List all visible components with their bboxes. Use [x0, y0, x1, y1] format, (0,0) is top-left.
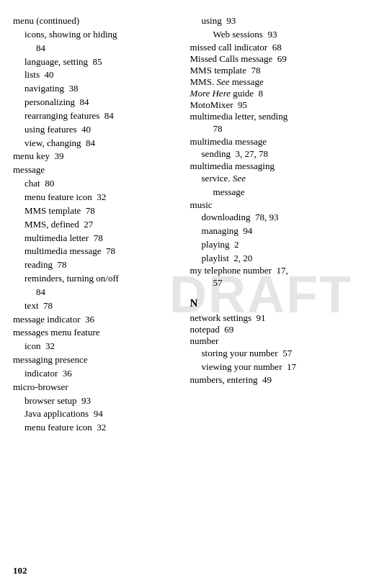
list-item: sending 3, 27, 78	[190, 148, 361, 161]
list-item: viewing your number 17	[190, 361, 361, 374]
list-item: messaging presence indicator 36	[13, 353, 182, 381]
list-item: 78	[190, 122, 361, 136]
page-number: 102	[13, 565, 27, 576]
list-item: missed call indicator 68	[190, 42, 361, 53]
list-item: menu key 39	[13, 150, 182, 163]
list-item: playlist 2, 20	[190, 252, 361, 266]
list-item: network settings 91	[190, 312, 361, 324]
list-item: playing 2	[190, 238, 361, 252]
list-item: MMS template 78	[190, 65, 361, 76]
list-item: multimedia messaging	[190, 160, 361, 172]
list-item: messages menu feature icon 32	[13, 326, 182, 353]
list-item: using 93	[190, 14, 361, 28]
right-column: using 93 Web sessions 93 missed call ind…	[187, 14, 361, 435]
list-item: storing your number 57	[190, 347, 361, 361]
list-item: message chat 80 menu feature icon 32 MMS…	[13, 163, 182, 312]
list-item: 57	[190, 276, 361, 290]
list-item: service. See	[190, 172, 361, 186]
list-item: downloading 78, 93	[190, 211, 361, 225]
list-item: managing 94	[190, 225, 361, 238]
list-item: music	[190, 199, 361, 211]
left-column: menu (continued) icons, showing or hidin…	[13, 14, 187, 435]
list-item: menu (continued) icons, showing or hidin…	[13, 14, 182, 150]
list-item: MotoMixer 95	[190, 99, 361, 111]
list-item: number	[190, 335, 361, 347]
list-item: micro-browser browser setup 93 Java appl…	[13, 381, 182, 435]
list-item: my telephone number 17,	[190, 265, 361, 276]
list-item: notepad 69	[190, 324, 361, 335]
list-item: multimedia letter, sending	[190, 111, 361, 122]
list-item: Missed Calls message 69	[190, 53, 361, 65]
list-item: message	[190, 186, 361, 199]
page-container: DRAFT menu (continued) icons, showing or…	[0, 0, 374, 588]
list-item: MMS. See message	[190, 76, 361, 88]
list-item: numbers, entering 49	[190, 374, 361, 386]
section-header-n: N	[190, 297, 361, 309]
list-item: message indicator 36	[13, 313, 182, 327]
list-item: Web sessions 93	[190, 28, 361, 42]
content-wrapper: menu (continued) icons, showing or hidin…	[13, 14, 361, 435]
list-item: multimedia message	[190, 136, 361, 148]
list-item: More Here guide 8	[190, 88, 361, 99]
